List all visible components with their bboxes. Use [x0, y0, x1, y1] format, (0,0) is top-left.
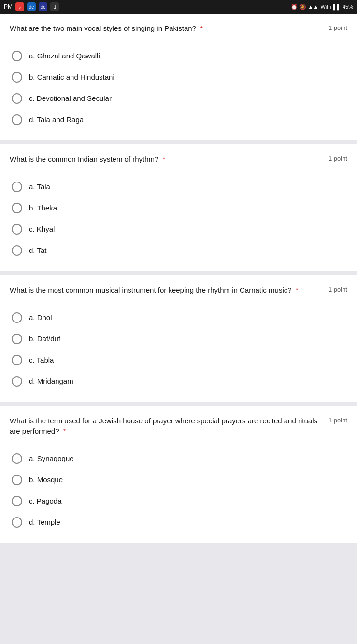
- radio-1d[interactable]: [12, 114, 22, 125]
- option-4a[interactable]: a. Synagogue: [10, 449, 347, 468]
- option-1b[interactable]: b. Carnatic and Hindustani: [10, 68, 347, 86]
- status-bar-left: PM ♪ dc dc tt: [4, 2, 59, 11]
- question-text-2: What is the common Indian system of rhyt…: [10, 154, 328, 164]
- option-4b[interactable]: b. Mosque: [10, 471, 347, 489]
- radio-1c[interactable]: [12, 93, 22, 104]
- points-badge-3: 1 point: [328, 286, 347, 293]
- option-label-4b: b. Mosque: [29, 475, 63, 485]
- tiktok-icon: tt: [50, 2, 59, 11]
- option-label-3b: b. Daf/duf: [29, 334, 60, 344]
- question-text-3: What is the most common musical instrume…: [10, 285, 328, 295]
- radio-1a[interactable]: [12, 51, 22, 61]
- option-1d[interactable]: d. Tala and Raga: [10, 111, 347, 129]
- option-label-4d: d. Temple: [29, 518, 60, 527]
- option-1a[interactable]: a. Ghazal and Qawalli: [10, 47, 347, 65]
- battery-display: 45%: [343, 4, 353, 10]
- question-text-4: What is the term used for a Jewish house…: [10, 416, 328, 436]
- status-bar-right: ⏰ 🔕 ▲▲ WiFi ▌▌ 45%: [291, 4, 353, 10]
- required-star-2: *: [160, 155, 165, 163]
- radio-2a[interactable]: [12, 182, 22, 192]
- option-label-2a: a. Tala: [29, 182, 50, 192]
- question-header-1: What are the two main vocal styles of si…: [10, 23, 347, 33]
- question-header-4: What is the term used for a Jewish house…: [10, 416, 347, 436]
- radio-3b[interactable]: [12, 334, 22, 344]
- radio-2b[interactable]: [12, 203, 22, 213]
- discord-icon-2: dc: [39, 2, 47, 11]
- option-3a[interactable]: a. Dhol: [10, 308, 347, 327]
- question-header-3: What is the most common musical instrume…: [10, 285, 347, 295]
- question-text-1: What are the two main vocal styles of si…: [10, 23, 328, 33]
- option-label-1d: d. Tala and Raga: [29, 115, 84, 125]
- status-bar: PM ♪ dc dc tt ⏰ 🔕 ▲▲ WiFi ▌▌ 45%: [0, 0, 357, 14]
- wifi-icon: WiFi: [320, 4, 331, 10]
- points-badge-4: 1 point: [328, 417, 347, 424]
- network-icon: ▌▌: [333, 4, 341, 10]
- option-2a[interactable]: a. Tala: [10, 178, 347, 196]
- option-label-3a: a. Dhol: [29, 313, 52, 322]
- radio-4d[interactable]: [12, 517, 22, 528]
- option-2b[interactable]: b. Theka: [10, 199, 347, 217]
- question-card-1: What are the two main vocal styles of si…: [0, 14, 357, 140]
- radio-4c[interactable]: [12, 496, 22, 506]
- option-label-2d: d. Tat: [29, 246, 46, 255]
- points-badge-2: 1 point: [328, 155, 347, 162]
- radio-1b[interactable]: [12, 72, 22, 83]
- option-3c[interactable]: c. Tabla: [10, 351, 347, 369]
- required-star-3: *: [296, 286, 299, 294]
- option-label-2c: c. Khyal: [29, 224, 55, 234]
- option-2d[interactable]: d. Tat: [10, 241, 347, 260]
- mute-icon: 🔕: [300, 4, 306, 10]
- option-label-1a: a. Ghazal and Qawalli: [29, 51, 100, 61]
- required-star-4: *: [63, 427, 66, 435]
- radio-4b[interactable]: [12, 475, 22, 485]
- option-label-1b: b. Carnatic and Hindustani: [29, 72, 114, 82]
- option-3d[interactable]: d. Mridangam: [10, 372, 347, 391]
- radio-3d[interactable]: [12, 376, 22, 387]
- option-label-3d: d. Mridangam: [29, 377, 73, 386]
- options-list-1: a. Ghazal and Qawalli b. Carnatic and Hi…: [10, 45, 347, 129]
- options-list-3: a. Dhol b. Daf/duf c. Tabla d. Mridangam: [10, 307, 347, 391]
- points-badge-1: 1 point: [328, 24, 347, 31]
- time-display: PM: [4, 3, 13, 10]
- question-header-2: What is the common Indian system of rhyt…: [10, 154, 347, 164]
- question-card-3: What is the most common musical instrume…: [0, 275, 357, 402]
- discord-icon-1: dc: [27, 2, 36, 11]
- question-card-2: What is the common Indian system of rhyt…: [0, 144, 357, 271]
- option-2c[interactable]: c. Khyal: [10, 220, 347, 238]
- options-list-2: a. Tala b. Theka c. Khyal d. Tat: [10, 176, 347, 260]
- radio-3a[interactable]: [12, 312, 22, 323]
- options-list-4: a. Synagogue b. Mosque c. Pagoda d. Temp…: [10, 448, 347, 532]
- option-label-4c: c. Pagoda: [29, 496, 62, 506]
- option-label-3c: c. Tabla: [29, 355, 54, 365]
- music-app-icon: ♪: [15, 2, 24, 11]
- option-1c[interactable]: c. Devotional and Secular: [10, 89, 347, 108]
- radio-4a[interactable]: [12, 453, 22, 464]
- required-star-1: *: [198, 24, 203, 32]
- radio-2d[interactable]: [12, 245, 22, 256]
- question-card-4: What is the term used for a Jewish house…: [0, 406, 357, 543]
- option-label-1c: c. Devotional and Secular: [29, 94, 112, 103]
- alarm-icon: ⏰: [291, 4, 298, 10]
- radio-3c[interactable]: [12, 355, 22, 365]
- signal-icon: ▲▲: [308, 4, 319, 10]
- option-label-4a: a. Synagogue: [29, 454, 74, 463]
- radio-2c[interactable]: [12, 224, 22, 235]
- option-4c[interactable]: c. Pagoda: [10, 492, 347, 510]
- option-4d[interactable]: d. Temple: [10, 513, 347, 532]
- option-3b[interactable]: b. Daf/duf: [10, 330, 347, 348]
- option-label-2b: b. Theka: [29, 203, 57, 213]
